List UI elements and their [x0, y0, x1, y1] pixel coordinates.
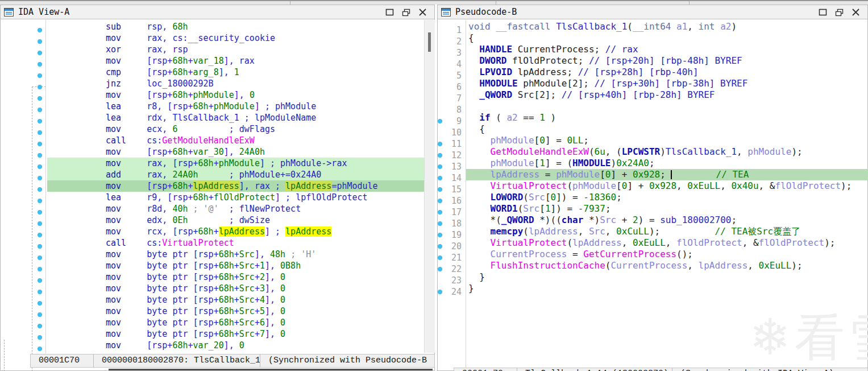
pseudocode-line[interactable]: LPVOID lpAddress; // [rsp+28h] [rbp-40h] — [466, 67, 868, 78]
line-dot[interactable] — [438, 119, 442, 123]
line-dot[interactable] — [438, 233, 442, 237]
line-dot[interactable] — [438, 221, 442, 226]
pseudocode-line[interactable]: FlushInstructionCache(CurrentProcess, lp… — [466, 260, 868, 271]
line-dot[interactable] — [38, 221, 42, 226]
asm-line[interactable]: lea rdx, TlsCallback_1 ; lpModuleName — [47, 112, 424, 123]
pseudocode-line[interactable]: CurrentProcess = GetCurrentProcess(); — [466, 249, 868, 260]
close-icon[interactable] — [418, 8, 427, 17]
asm-line[interactable]: call cs:VirtualProtect — [47, 237, 424, 249]
pseudocode-b-titlebar[interactable]: Pseudocode-B — [438, 5, 867, 19]
ida-view-a-titlebar[interactable]: IDA View-A — [1, 5, 434, 19]
line-dot[interactable] — [38, 187, 42, 192]
line-dot[interactable] — [38, 267, 42, 271]
line-dot[interactable] — [38, 153, 42, 158]
pseudocode-line[interactable]: if ( a2 == 1 ) — [466, 112, 868, 123]
line-dot[interactable] — [438, 210, 442, 215]
line-dot[interactable] — [38, 164, 42, 169]
line-dot[interactable] — [438, 255, 442, 260]
line-dot[interactable] — [38, 130, 42, 135]
asm-line[interactable]: mov [rsp+68h+var_18], rax — [47, 55, 424, 67]
pseudocode-line[interactable]: HMODULE phModule[2]; // [rsp+30h] [rbp-3… — [466, 78, 868, 89]
line-dot[interactable] — [38, 85, 42, 89]
line-dot[interactable] — [38, 28, 42, 32]
asm-line[interactable]: mov [rsp+68h+var_30], 24A0h — [47, 146, 424, 158]
line-dot[interactable] — [38, 119, 42, 123]
line-dot[interactable] — [38, 301, 42, 306]
pseudocode-line[interactable]: *(_QWORD *)((char *)Src + 2) = sub_18000… — [466, 215, 868, 226]
pseudocode-line[interactable] — [466, 101, 868, 112]
pseudocode-line[interactable]: { — [466, 123, 868, 135]
line-dot[interactable] — [38, 96, 42, 101]
asm-line[interactable]: mov ecx, 6 ; dwFlags — [47, 123, 424, 135]
line-dot[interactable] — [438, 153, 442, 158]
asm-line[interactable]: mov byte ptr [rsp+68h+Src], 48h ; 'H' — [47, 249, 424, 260]
asm-line[interactable]: mov r8d, 40h ; '@' ; flNewProtect — [47, 203, 424, 215]
float-button[interactable] — [401, 8, 411, 17]
line-dot[interactable] — [438, 199, 442, 203]
asm-line[interactable]: mov rax, [rsp+68h+phModule] ; phModule->… — [47, 158, 424, 169]
pseudocode-line[interactable]: HANDLE CurrentProcess; // rax — [466, 44, 868, 55]
line-dot[interactable] — [438, 244, 442, 249]
pseudocode-line[interactable]: phModule[1] = (HMODULE)0x24A0; — [466, 158, 868, 169]
line-dot[interactable] — [38, 51, 42, 55]
asm-line[interactable]: mov byte ptr [rsp+68h+Src+5], 0 — [47, 306, 424, 317]
line-dot[interactable] — [438, 176, 442, 180]
asm-line[interactable]: xor rax, rsp — [47, 44, 424, 55]
asm-line[interactable]: jnz loc_18000292B — [47, 78, 424, 89]
pseudocode-line[interactable]: { — [466, 32, 868, 44]
line-dot[interactable] — [38, 255, 42, 260]
line-dot[interactable] — [438, 142, 442, 146]
line-dot[interactable] — [438, 187, 442, 192]
asm-line[interactable]: mov byte ptr [rsp+68h+Src+2], 0 — [47, 271, 424, 283]
line-dot[interactable] — [38, 39, 42, 44]
line-dot[interactable] — [38, 73, 42, 78]
line-dot[interactable] — [38, 142, 42, 146]
pseudocode-line[interactable]: _QWORD Src[2]; // [rsp+40h] [rbp-28h] BY… — [466, 89, 868, 101]
maximize-button[interactable] — [818, 8, 828, 17]
asm-line[interactable]: mov [rsp+68h+var_20], 0 — [47, 340, 424, 351]
line-dot[interactable] — [438, 290, 442, 294]
asm-line[interactable]: cmp [rsp+68h+arg_8], 1 — [47, 67, 424, 78]
line-dot[interactable] — [38, 233, 42, 237]
asm-line[interactable]: call cs:GetModuleHandleExW — [47, 135, 424, 146]
asm-line[interactable]: sub rsp, 68h — [47, 21, 424, 32]
asm-line[interactable]: mov byte ptr [rsp+68h+Src+7], 0 — [47, 328, 424, 340]
line-dot[interactable] — [38, 278, 42, 283]
vertical-scrollbar[interactable] — [424, 20, 435, 353]
asm-line[interactable]: mov edx, 0Eh ; dwSize — [47, 215, 424, 226]
pseudocode-line[interactable]: lpAddress = phModule[0] + 0x928; // TEA — [466, 169, 868, 180]
asm-line[interactable]: mov byte ptr [rsp+68h+Src+1], 0B8h — [47, 260, 424, 271]
line-dot[interactable] — [38, 210, 42, 215]
asm-line[interactable]: mov rax, cs:__security_cookie — [47, 32, 424, 44]
line-dot[interactable] — [38, 312, 42, 317]
line-dot[interactable] — [38, 176, 42, 180]
asm-line[interactable]: mov [rsp+68h+phModule], 0 — [47, 89, 424, 101]
maximize-button[interactable] — [385, 8, 394, 17]
pseudocode-line[interactable]: } — [466, 283, 868, 294]
pseudocode-line[interactable]: phModule[0] = 0LL; — [466, 135, 868, 146]
pseudocode-line[interactable]: DWORD flOldProtect; // [rsp+20h] [rbp-48… — [466, 55, 868, 67]
asm-line[interactable]: mov [rsp+68h+lpAddress], rax ; lpAddress… — [47, 180, 424, 192]
line-dot[interactable] — [438, 164, 442, 169]
asm-line[interactable]: mov byte ptr [rsp+68h+Src+4], 0 — [47, 294, 424, 306]
asm-line[interactable]: lea r8, [rsp+68h+phModule] ; phModule — [47, 101, 424, 112]
float-button[interactable] — [834, 8, 844, 17]
horizontal-scrollbar-thumb[interactable] — [109, 369, 433, 370]
line-dot[interactable] — [38, 199, 42, 203]
asm-line[interactable]: lea r9, [rsp+68h+flOldProtect] ; lpflOld… — [47, 192, 424, 203]
line-dot[interactable] — [38, 290, 42, 294]
line-dot[interactable] — [438, 267, 442, 271]
pseudocode-line[interactable]: VirtualProtect(lpAddress, 0xEuLL, flOldP… — [466, 237, 868, 249]
line-dot[interactable] — [38, 347, 42, 351]
scrollbar-thumb[interactable] — [428, 32, 431, 52]
asm-line[interactable]: add rax, 24A0h ; phModule+=0x24A0 — [47, 169, 424, 180]
line-dot[interactable] — [38, 62, 42, 67]
pseudocode-line[interactable]: memcpy(lpAddress, Src, 0xCuLL); // TEA被S… — [466, 226, 868, 237]
line-dot[interactable] — [38, 244, 42, 249]
close-icon[interactable] — [851, 8, 861, 17]
line-dot[interactable] — [38, 108, 42, 112]
pseudocode-line[interactable]: GetModuleHandleExW(6u, (LPCWSTR)TlsCallb… — [466, 146, 868, 158]
asm-line[interactable]: mov rcx, [rsp+68h+lpAddress] ; lpAddress — [47, 226, 424, 237]
asm-line[interactable]: mov byte ptr [rsp+68h+Src+6], 0 — [47, 317, 424, 328]
pseudocode-line[interactable]: VirtualProtect(phModule[0] + 0x928, 0xEu… — [466, 180, 868, 192]
